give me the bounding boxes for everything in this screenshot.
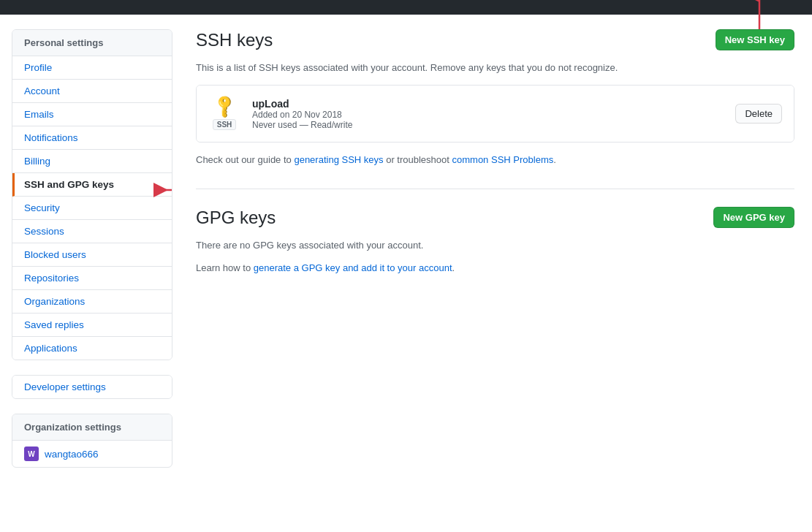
main-content: SSH keys New SSH key This is a list of <box>190 29 800 517</box>
sidebar: Personal settings Profile Account Emails… <box>12 29 172 517</box>
sidebar-item-profile[interactable]: Profile <box>12 56 172 80</box>
key-icon: 🔑 <box>210 93 238 120</box>
gpg-section: GPG keys New GPG key There are no GPG ke… <box>196 207 794 273</box>
key-name: upLoad <box>252 98 724 110</box>
key-added-date: Added on 20 Nov 2018 <box>252 110 724 120</box>
personal-settings-header: Personal settings <box>12 30 172 56</box>
sidebar-item-repositories[interactable]: Repositories <box>12 267 172 290</box>
section-divider <box>196 189 794 189</box>
new-gpg-key-button[interactable]: New GPG key <box>713 207 794 228</box>
top-navigation-bar <box>0 0 812 15</box>
gpg-section-title: GPG keys <box>196 208 276 228</box>
sidebar-item-blocked-users[interactable]: Blocked users <box>12 243 172 267</box>
developer-settings-section: Developer settings <box>12 375 172 399</box>
sidebar-item-organizations[interactable]: Organizations <box>12 290 172 314</box>
ssh-footer-middle: or troubleshoot <box>384 154 452 165</box>
gpg-section-header: GPG keys New GPG key <box>196 207 794 228</box>
sidebar-item-sessions[interactable]: Sessions <box>12 220 172 243</box>
sidebar-item-billing[interactable]: Billing <box>12 150 172 173</box>
page-layout: Personal settings Profile Account Emails… <box>0 15 812 532</box>
org-avatar: W <box>24 446 39 461</box>
delete-key-button[interactable]: Delete <box>735 104 782 123</box>
sidebar-item-applications[interactable]: Applications <box>12 337 172 360</box>
generating-ssh-link[interactable]: generating SSH keys <box>294 154 383 165</box>
common-ssh-problems-link[interactable]: common SSH Problems <box>452 154 554 165</box>
new-ssh-btn-wrapper: New SSH key <box>716 29 794 50</box>
key-info: upLoad Added on 20 Nov 2018 Never used —… <box>252 98 724 130</box>
sidebar-item-developer-settings[interactable]: Developer settings <box>12 376 172 398</box>
ssh-section-title: SSH keys <box>196 30 273 50</box>
ssh-key-list: 🔑 SSH upLoad Added on 20 Nov 2018 Never … <box>196 85 794 142</box>
organization-settings-section: Organization settings W wangtao666 <box>12 414 172 468</box>
ssh-description: This is a list of SSH keys associated wi… <box>196 62 794 73</box>
ssh-badge: SSH <box>213 119 237 130</box>
sidebar-item-emails[interactable]: Emails <box>12 103 172 126</box>
sidebar-item-ssh-gpg[interactable]: SSH and GPG keys <box>12 173 172 197</box>
annotation-arrow-top <box>737 0 781 33</box>
sidebar-item-notifications[interactable]: Notifications <box>12 126 172 150</box>
gpg-learn-end: . <box>452 262 455 273</box>
organization-settings-header: Organization settings <box>12 414 172 441</box>
ssh-gpg-wrapper: SSH and GPG keys <box>12 173 172 197</box>
ssh-footer-text: Check out our guide to <box>196 154 294 165</box>
sidebar-item-account[interactable]: Account <box>12 80 172 103</box>
ssh-section-header: SSH keys New SSH key <box>196 29 794 50</box>
key-usage: Never used — Read/write <box>252 120 724 130</box>
ssh-section: SSH keys New SSH key This is a list of <box>196 29 794 165</box>
generate-gpg-link[interactable]: generate a GPG key and add it to your ac… <box>254 262 452 273</box>
ssh-footer-end: . <box>553 154 556 165</box>
gpg-no-keys-text: There are no GPG keys associated with yo… <box>196 240 794 251</box>
personal-settings-section: Personal settings Profile Account Emails… <box>12 29 172 360</box>
gpg-footer: Learn how to generate a GPG key and add … <box>196 262 794 273</box>
ssh-key-item: 🔑 SSH upLoad Added on 20 Nov 2018 Never … <box>197 86 794 142</box>
org-item[interactable]: W wangtao666 <box>12 441 172 467</box>
key-icon-wrapper: 🔑 SSH <box>208 97 240 130</box>
sidebar-item-saved-replies[interactable]: Saved replies <box>12 314 172 337</box>
org-name: wangtao666 <box>45 449 99 460</box>
gpg-learn-text: Learn how to <box>196 262 254 273</box>
sidebar-item-security[interactable]: Security <box>12 197 172 220</box>
ssh-footer: Check out our guide to generating SSH ke… <box>196 154 794 165</box>
